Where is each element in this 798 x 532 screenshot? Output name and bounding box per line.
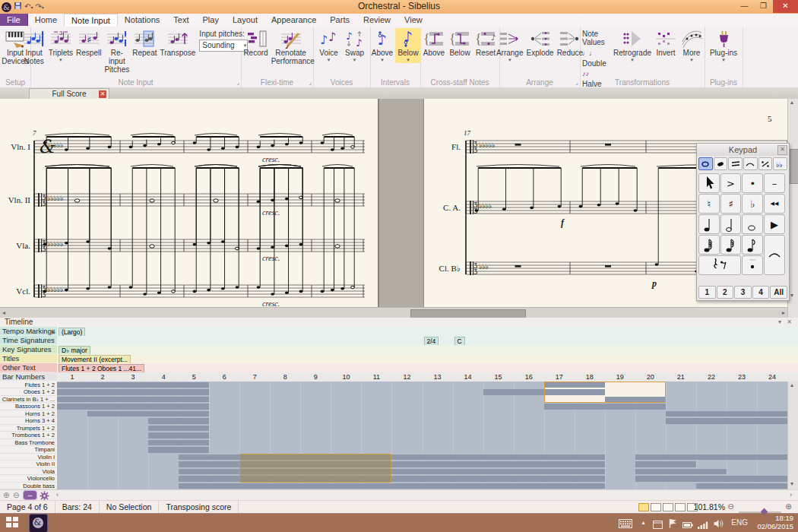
- dialog-launcher-icon[interactable]: ⌟: [309, 79, 312, 86]
- above-button[interactable]: ♪Above▾: [369, 28, 395, 63]
- common-notes-tab[interactable]: [698, 157, 713, 170]
- plug-ins-button[interactable]: Plug-ins▾: [708, 28, 739, 63]
- articulations-tab[interactable]: [743, 157, 758, 170]
- timeline-instrument-label[interactable]: Bassoons 1 + 2: [0, 403, 57, 410]
- eighth-note-key[interactable]: [742, 235, 763, 255]
- tab-parts[interactable]: Parts: [323, 14, 356, 26]
- whole-note-key[interactable]: [742, 214, 763, 234]
- score-h-scrollbar[interactable]: ◂ ▸: [0, 307, 787, 318]
- timeline-instrument-label[interactable]: Trumpets 1 + 2: [0, 425, 57, 432]
- tab-notations[interactable]: Notations: [118, 14, 166, 26]
- timeline-instrument-label[interactable]: Violin II: [0, 461, 57, 467]
- windows-start-icon[interactable]: [6, 517, 18, 527]
- staccato-key[interactable]: •: [742, 173, 763, 193]
- arrange-button[interactable]: Arrange▾: [495, 28, 525, 63]
- zoom-in-icon[interactable]: ⊕: [785, 501, 792, 512]
- dialog-launcher-icon[interactable]: ⌟: [236, 79, 239, 86]
- timeline-instrument-label[interactable]: Viola: [0, 468, 57, 475]
- language-indicator[interactable]: ENG: [731, 518, 748, 527]
- accidentals-tab[interactable]: ♭♭: [773, 157, 787, 170]
- timeline-instrument-block[interactable]: [87, 411, 209, 416]
- scroll-down-icon[interactable]: ▾: [790, 290, 793, 301]
- more-button[interactable]: More▾: [679, 28, 705, 63]
- timeline-close-icon[interactable]: ✕: [787, 318, 792, 325]
- timeline-event-tag[interactable]: Flutes 1 + 2 Oboes 1 ...41...: [59, 364, 144, 373]
- timeline-event-tag[interactable]: 2/4: [424, 337, 439, 346]
- timeline-row-label[interactable]: Tempo Markings▼: [0, 327, 57, 336]
- timeline-instrument-block[interactable]: [179, 483, 605, 489]
- tab-play[interactable]: Play: [196, 14, 226, 26]
- taskbar-sibelius-icon[interactable]: &: [29, 514, 48, 532]
- rest-key[interactable]: [698, 255, 741, 275]
- timeline-instrument-label[interactable]: Violoncello: [0, 475, 57, 482]
- timeline-instrument-block[interactable]: [666, 418, 787, 423]
- timeline-zoom-in-icon[interactable]: ⊕: [3, 490, 9, 500]
- triplets-button[interactable]: 3Triplets▾: [47, 28, 74, 63]
- rewind-key[interactable]: ◀◀: [764, 194, 785, 214]
- timeline-instrument-block[interactable]: [148, 418, 209, 423]
- timeline-instrument-block[interactable]: [635, 469, 727, 474]
- timeline-instrument-block[interactable]: [635, 454, 787, 460]
- voice-all-button[interactable]: All: [770, 286, 787, 299]
- voice-button[interactable]: ♪♪Voice▾: [316, 28, 342, 63]
- timeline-instrument-label[interactable]: Bass Trombone: [0, 439, 57, 446]
- score-area[interactable]: &♭♭♭♭♭ƷƷ♭♭♭♭♭ƷƷ♭♭♭♭♭ƷƷ♭♭♭♭♭Vln. Icresc.V…: [0, 99, 798, 318]
- close-tab-icon[interactable]: ✕: [99, 90, 106, 98]
- timeline-instrument-block[interactable]: [57, 397, 209, 402]
- timeline-instrument-block[interactable]: [148, 440, 209, 445]
- timeline-instrument-label[interactable]: Horns 3 + 4: [0, 417, 57, 424]
- augmentation-dot-key[interactable]: [742, 255, 763, 275]
- timeline-instrument-label[interactable]: Horns 1 + 2: [0, 410, 57, 417]
- pointer-key[interactable]: [698, 173, 720, 193]
- beams-tremolos-tab[interactable]: [728, 157, 743, 170]
- explode-button[interactable]: Explode: [524, 28, 555, 58]
- timeline-instrument-label[interactable]: Trombones 1 + 2: [0, 432, 57, 439]
- thirtysecond-note-key[interactable]: [698, 235, 720, 255]
- voice-1-button[interactable]: 1: [698, 286, 716, 299]
- view-mode-icon-3[interactable]: [663, 503, 673, 511]
- keypad-title[interactable]: Keypad ✕: [697, 144, 789, 156]
- input-notes-button[interactable]: Input Notes: [21, 28, 47, 66]
- transpose-button[interactable]: Transpose: [158, 28, 197, 58]
- timeline-scroll-left-icon[interactable]: ‹: [56, 490, 59, 500]
- tab-note-input[interactable]: Note Input: [64, 14, 118, 27]
- timeline-event-tag[interactable]: D♭ major: [59, 346, 90, 355]
- retrograde-button[interactable]: Retrograde▾: [612, 28, 653, 63]
- voice-2-button[interactable]: 2: [717, 286, 734, 299]
- more-notes-tab[interactable]: [714, 157, 728, 170]
- timeline-row-label[interactable]: Titles: [0, 354, 57, 363]
- tab-home[interactable]: Home: [28, 14, 64, 26]
- timeline-instrument-block[interactable]: [666, 411, 787, 416]
- tab-review[interactable]: Review: [356, 14, 397, 26]
- taskbar-clock[interactable]: 18:19 02/06/2015: [757, 515, 793, 530]
- timeline-instrument-block[interactable]: [635, 461, 696, 467]
- timeline-instrument-label[interactable]: Violin I: [0, 454, 57, 461]
- quarter-note-key[interactable]: [698, 214, 720, 234]
- sharp-key[interactable]: ♯: [720, 194, 742, 214]
- scroll-right-icon[interactable]: ▸: [782, 308, 785, 318]
- minimize-button[interactable]: —: [735, 0, 754, 13]
- timeline-instrument-label[interactable]: Oboes 1 + 2: [0, 388, 57, 395]
- timeline-instrument-block[interactable]: [635, 476, 787, 481]
- timeline-instrument-label[interactable]: Clarinets in B♭ 1 + ...: [0, 396, 57, 403]
- timeline-instrument-block[interactable]: [696, 483, 787, 489]
- double-note-values-button[interactable]: ♩♩ Double: [582, 48, 610, 68]
- scroll-left-icon[interactable]: ◂: [2, 308, 5, 318]
- timeline-zoom-out-icon[interactable]: ⊖: [13, 490, 19, 500]
- below-button[interactable]: ♪Below▾: [395, 28, 421, 63]
- timeline-instrument-label[interactable]: Double bass: [0, 483, 57, 489]
- repeat-button[interactable]: Repeat: [131, 28, 158, 58]
- tab-layout[interactable]: Layout: [226, 14, 264, 26]
- view-mode-icon-2[interactable]: [651, 503, 661, 511]
- natural-key[interactable]: ♮: [698, 194, 720, 214]
- timeline-instrument-block[interactable]: [544, 404, 666, 409]
- timeline-v-scrollbar[interactable]: ▴ ▾: [787, 382, 798, 489]
- maximize-button[interactable]: ❐: [754, 0, 773, 13]
- timeline-instrument-block[interactable]: [148, 426, 209, 431]
- tab-file[interactable]: File: [0, 14, 28, 26]
- timeline-row-label[interactable]: Key Signatures: [0, 345, 57, 354]
- view-mode-icon-1[interactable]: [638, 503, 649, 511]
- battery-icon[interactable]: [682, 518, 693, 532]
- close-button[interactable]: ✕: [773, 0, 798, 13]
- volume-icon[interactable]: [714, 518, 724, 531]
